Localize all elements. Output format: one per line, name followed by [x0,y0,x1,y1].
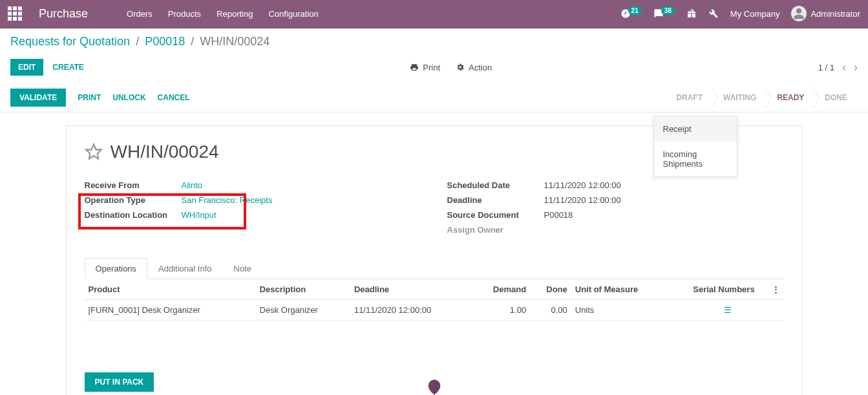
statusbar: VALIDATE PRINT UNLOCK CANCEL DRAFT WAITI… [0,83,868,112]
topbar-right: 21 38 My Company Administrator [620,6,860,21]
discuss-indicator[interactable]: 38 [653,8,675,19]
status-waiting[interactable]: WAITING [713,87,767,109]
column-options-icon[interactable]: ⋮ [772,284,780,294]
control-panel: EDIT CREATE Print Action 1 / 1 ‹ › [0,55,868,83]
pager-prev[interactable]: ‹ [842,61,846,74]
cell-deadline: 11/11/2020 12:00:00 [350,300,472,321]
deadline-value: 11/11/2020 12:00:00 [544,195,621,205]
cell-uom: Units [571,300,673,321]
apps-icon[interactable] [8,6,26,21]
action-label: Action [469,63,492,72]
print-status-button[interactable]: PRINT [78,89,101,107]
cell-description: Desk Organizer [256,300,350,321]
assign-owner-label: Assign Owner [447,225,544,235]
print-label: Print [423,63,440,72]
user-name: Administrator [810,9,860,19]
printer-icon [410,63,419,72]
activity-indicator[interactable]: 21 [620,8,642,19]
col-deadline: Deadline [350,279,472,300]
user-menu[interactable]: Administrator [791,6,860,21]
unlock-button[interactable]: UNLOCK [112,89,145,107]
receive-from-label: Receive From [85,180,182,190]
status-ready[interactable]: READY [767,87,814,109]
wrench-icon[interactable] [708,8,719,19]
favorite-star-icon[interactable] [85,143,103,161]
dropdown-incoming[interactable]: Incoming Shipments [654,142,737,176]
action-dropdown[interactable]: Action [456,63,492,72]
dropdown-receipt[interactable]: Receipt [654,116,737,142]
cell-done: 0.00 [530,300,571,321]
status-done[interactable]: DONE [814,87,858,109]
menu-products[interactable]: Products [168,9,201,19]
deadline-label: Deadline [447,195,544,205]
svg-marker-0 [86,144,101,158]
col-product: Product [85,279,256,300]
discuss-badge: 38 [661,6,675,15]
top-menu: Orders Products Reporting Configuration [127,9,319,19]
create-button[interactable]: CREATE [52,63,83,72]
pager-total: 1 [830,63,834,72]
table-row[interactable]: [FURN_0001] Desk Organizer Desk Organize… [85,300,784,321]
col-done: Done [530,279,571,300]
user-avatar [791,6,807,21]
edit-button[interactable]: EDIT [10,59,43,76]
pager: 1 / 1 ‹ › [818,61,858,74]
col-demand: Demand [472,279,531,300]
menu-configuration[interactable]: Configuration [268,9,318,19]
notebook-tabs: Operations Additional Info Note [85,258,784,279]
breadcrumb-current: WH/IN/00024 [200,35,270,48]
operations-table: Product Description Deadline Demand Done… [85,279,784,321]
col-uom: Unit of Measure [571,279,673,300]
scheduled-date-value: 11/11/2020 12:00:00 [544,180,621,190]
activity-badge: 21 [628,6,642,15]
source-document-value: P00018 [544,210,573,220]
breadcrumb-root[interactable]: Requests for Quotation [10,35,130,48]
module-brand[interactable]: Purchase [39,7,88,21]
destination-location-label: Destination Location [85,210,182,220]
gear-icon [456,63,465,72]
cell-product: [FURN_0001] Desk Organizer [85,300,256,321]
location-pin-icon[interactable] [425,378,443,395]
top-navbar: Purchase Orders Products Reporting Confi… [0,0,868,28]
print-button[interactable]: Print [410,63,440,72]
validate-button[interactable]: VALIDATE [10,89,66,107]
receive-from-value[interactable]: Alinto [182,180,203,190]
breadcrumb-parent[interactable]: P00018 [145,35,185,48]
put-in-pack-button[interactable]: PUT IN PACK [85,372,154,392]
menu-reporting[interactable]: Reporting [217,9,253,19]
gift-icon[interactable] [686,8,697,19]
operation-type-dropdown: Receipt Incoming Shipments [653,116,737,177]
page-title: WH/IN/00024 [111,142,219,162]
cell-demand: 1.00 [472,300,531,321]
detail-lines-icon[interactable]: ☰ [724,305,732,315]
source-document-label: Source Document [447,210,544,220]
tab-operations[interactable]: Operations [85,258,148,279]
operation-type-label: Operation Type [85,195,182,205]
tab-note[interactable]: Note [223,258,262,279]
status-flow: DRAFT WAITING READY DONE [666,87,858,109]
breadcrumb: Requests for Quotation / P00018 / WH/IN/… [0,28,868,55]
pager-current: 1 [818,63,823,72]
col-serial: Serial Numbers [693,284,754,294]
col-description: Description [256,279,350,300]
tab-additional-info[interactable]: Additional Info [147,258,222,279]
cancel-button[interactable]: CANCEL [158,89,190,107]
scheduled-date-label: Scheduled Date [447,180,544,190]
company-switcher[interactable]: My Company [730,9,780,19]
form-sheet: Receipt Incoming Shipments WH/IN/00024 R… [66,125,803,395]
menu-orders[interactable]: Orders [127,9,153,19]
operation-type-value[interactable]: San Francisco: Receipts [182,195,273,205]
destination-location-value[interactable]: WH/Input [182,210,217,220]
pager-next[interactable]: › [854,61,858,74]
status-draft[interactable]: DRAFT [666,87,713,109]
